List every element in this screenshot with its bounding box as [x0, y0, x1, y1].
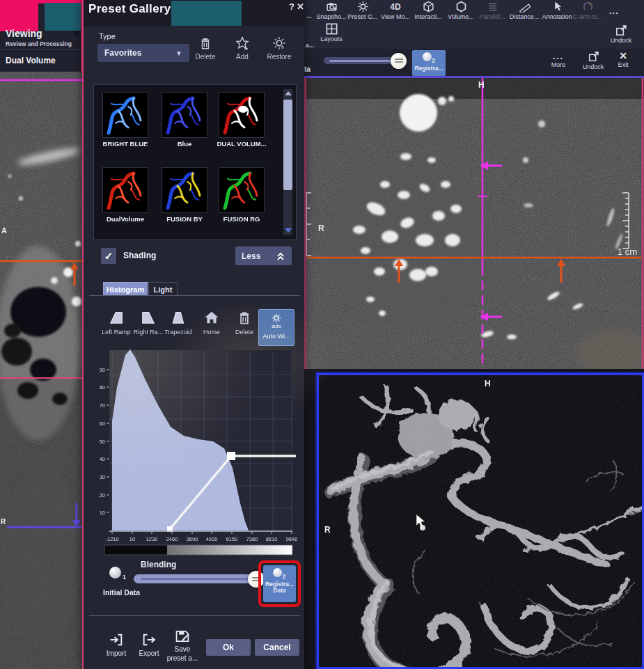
- redaction-pink-block: [0, 0, 38, 31]
- trash-icon: [237, 310, 251, 325]
- ramp-handle-high[interactable]: [227, 452, 235, 460]
- preset-thumbnail[interactable]: Blue: [162, 92, 207, 148]
- preset-thumbnail[interactable]: FUSION BY: [162, 167, 207, 223]
- import-icon: [109, 632, 124, 647]
- c-arm-icon: [572, 0, 604, 13]
- ok-button[interactable]: Ok: [206, 639, 251, 656]
- toolbar-button-volume[interactable]: Volume...: [445, 0, 477, 21]
- chevron-down-icon[interactable]: [72, 31, 81, 37]
- svg-text:9840: 9840: [286, 536, 297, 542]
- toolbar-button-parallel[interactable]: Parallel...: [476, 0, 508, 21]
- star-plus-icon: [235, 36, 249, 50]
- blending-slider-handle[interactable]: [248, 571, 265, 588]
- gallery-scrollbar[interactable]: [283, 89, 292, 235]
- close-button[interactable]: ✕: [297, 1, 304, 12]
- preset-image: [162, 92, 207, 138]
- orientation-marker-r: R: [318, 223, 324, 233]
- preset-thumbnail[interactable]: FUSION RG: [219, 167, 265, 223]
- tool-delete[interactable]: Delete: [229, 310, 260, 336]
- preset-image: [102, 92, 148, 138]
- scroll-up-icon[interactable]: [285, 91, 292, 95]
- toolbar-button-annotation[interactable]: Annotation: [541, 0, 573, 21]
- preset-thumbnail[interactable]: DualVolume: [102, 167, 148, 223]
- preset-gallery-panel: Preset Gallery ? ✕ Type Favorites ▼ Dele…: [82, 0, 304, 669]
- panel-title: Preset Gallery: [88, 2, 171, 16]
- export-icon: [141, 632, 157, 647]
- toolbar-button-undock[interactable]: Undock: [604, 24, 638, 44]
- toolbar-button-layouts[interactable]: Layouts: [315, 22, 347, 42]
- tab-light[interactable]: Light: [148, 282, 178, 296]
- window-gradient-bar[interactable]: [104, 545, 292, 555]
- svg-text:b: b: [281, 45, 284, 49]
- slider-track-line: [329, 60, 399, 62]
- auto-caption: auto: [259, 324, 294, 329]
- preset-thumbnail[interactable]: BRIGHT BLUE: [102, 92, 148, 148]
- redaction-teal-header: [171, 1, 242, 26]
- histogram-plot: 90 80 70 60 50 40 30 20 10 -1210 10 1230…: [99, 347, 297, 556]
- viewing-dropdown-label[interactable]: Viewing: [6, 28, 42, 39]
- cancel-button[interactable]: Cancel: [255, 639, 299, 656]
- preset-thumbnail[interactable]: DUAL VOLUM...: [219, 92, 265, 148]
- left-ct-viewport[interactable]: A R: [0, 72, 82, 669]
- type-label: Type: [99, 32, 116, 40]
- left-ramp-icon: [109, 310, 124, 325]
- volume-3d-image: H R: [319, 375, 642, 667]
- add-preset-button[interactable]: Add: [225, 36, 260, 61]
- svg-text:20: 20: [100, 492, 105, 498]
- scrollbar-thumb[interactable]: [283, 100, 292, 190]
- registration-data-button[interactable]: 2 Registra... Data: [263, 565, 296, 602]
- save-preset-button[interactable]: Save preset a...: [164, 629, 201, 662]
- dataset-1-icon[interactable]: [109, 567, 121, 579]
- tool-left-ramp[interactable]: Left Ramp: [101, 310, 132, 336]
- export-button[interactable]: Export: [131, 632, 167, 657]
- svg-text:40: 40: [100, 456, 105, 462]
- exit-button[interactable]: ✕ Exit: [609, 50, 637, 68]
- toolbar-button-c-arm[interactable]: C-arm to...: [572, 0, 604, 21]
- scroll-down-icon[interactable]: [285, 228, 292, 233]
- axial-ct-viewport[interactable]: 1 cm H R: [304, 78, 644, 369]
- toolbar-button-preset-gallery[interactable]: Preset G...: [347, 0, 379, 21]
- import-button[interactable]: Import: [98, 632, 134, 657]
- dataset-1-badge: 1: [123, 574, 126, 581]
- preset-image: [162, 167, 207, 213]
- more-dots-icon: ...: [544, 52, 572, 61]
- slider-handle[interactable]: [391, 53, 407, 69]
- blending-slider[interactable]: [134, 574, 258, 583]
- tool-trapezoid[interactable]: Trapezoid: [163, 310, 194, 336]
- toolbar-button-view-mode[interactable]: 4D View Mo...: [379, 0, 411, 21]
- restore-preset-button[interactable]: b Restore: [262, 36, 297, 61]
- tool-auto-window[interactable]: auto Auto Wi...: [258, 309, 294, 346]
- close-icon: ✕: [609, 50, 637, 61]
- svg-text:60: 60: [100, 420, 105, 427]
- svg-text:-1210: -1210: [105, 536, 118, 542]
- tab-histogram[interactable]: Histogram: [103, 282, 148, 296]
- histogram-chart[interactable]: 90 80 70 60 50 40 30 20 10 -1210 10 1230…: [99, 347, 297, 556]
- less-button[interactable]: Less: [235, 246, 292, 265]
- registration-data-button-top[interactable]: 2 Registra...: [412, 50, 446, 76]
- toolbar-button-snapshot[interactable]: Snapsho...: [315, 0, 347, 21]
- toolbar-button-interaction[interactable]: Interacti...: [412, 0, 444, 21]
- type-dropdown[interactable]: Favorites ▼: [97, 44, 189, 62]
- orientation-marker-a: A: [1, 226, 7, 235]
- cube-icon: [412, 0, 444, 13]
- toolbar-button-distance[interactable]: Distance...: [508, 0, 540, 21]
- toolbar-edge-truncated-3: ta: [304, 65, 311, 73]
- tool-home[interactable]: Home: [196, 310, 227, 336]
- svg-text:6150: 6150: [226, 536, 238, 542]
- undock-icon: [604, 24, 638, 37]
- help-button[interactable]: ?: [289, 1, 294, 12]
- hexagon-icon: [445, 0, 477, 13]
- panel-header[interactable]: Preset Gallery ? ✕: [84, 0, 306, 26]
- orientation-marker-h: H: [485, 379, 491, 388]
- main-toolbar: ... Snapsho... Preset G... 4D View Mo...…: [304, 0, 644, 49]
- toolbar-edge-truncated: ...: [304, 13, 314, 19]
- chevron-down-icon: ▼: [175, 49, 182, 57]
- toolbar-overflow-button[interactable]: ...: [609, 6, 630, 16]
- delete-preset-button[interactable]: Delete: [188, 36, 223, 61]
- tool-right-ramp[interactable]: Right Ra...: [133, 310, 164, 336]
- shading-checkbox[interactable]: ✓: [101, 248, 116, 264]
- more-button[interactable]: ... More: [544, 52, 572, 68]
- viewbar-undock-button[interactable]: Undock: [577, 50, 609, 70]
- sun-icon: [347, 0, 379, 13]
- volume-3d-viewport[interactable]: H R: [317, 373, 644, 669]
